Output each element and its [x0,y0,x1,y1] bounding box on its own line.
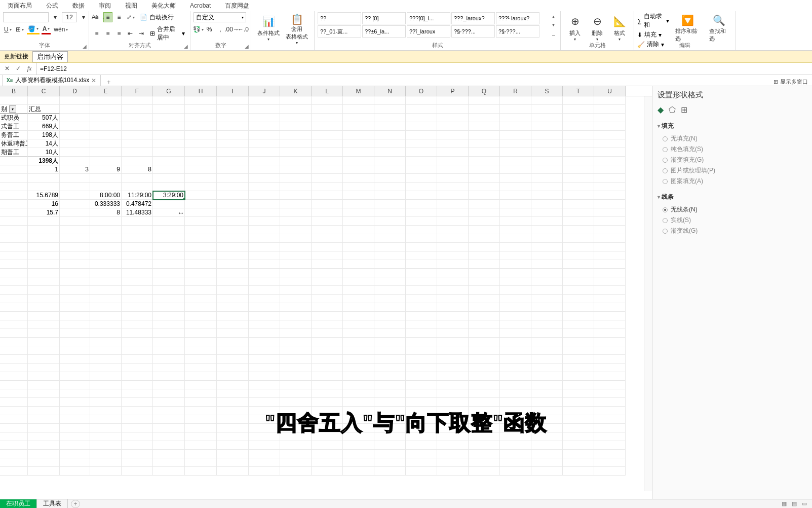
cell[interactable] [60,398,90,407]
cell[interactable] [122,114,153,122]
currency-icon[interactable]: 💱▾ [194,24,203,34]
cell[interactable] [153,407,185,415]
cell[interactable] [594,320,626,329]
cell[interactable] [28,226,60,234]
cell[interactable] [0,191,28,200]
cell[interactable] [531,165,563,174]
cell[interactable] [531,174,563,183]
cell[interactable] [374,372,406,381]
cell[interactable] [500,389,531,398]
menu-item[interactable]: 美化大师 [151,2,176,10]
cell[interactable] [280,329,312,338]
cell[interactable] [249,191,280,200]
cell[interactable] [185,355,217,364]
cell[interactable] [500,139,531,148]
cell[interactable] [500,234,531,243]
cell[interactable]: 期普工 [0,148,28,157]
cell[interactable] [153,217,185,226]
cell[interactable] [217,312,249,320]
cell[interactable] [531,96,563,105]
cell[interactable] [563,277,594,286]
cell[interactable] [122,381,153,389]
cell[interactable] [28,243,60,251]
cell[interactable] [0,415,28,424]
cell[interactable] [90,139,122,148]
cell[interactable] [90,277,122,286]
cell[interactable] [28,346,60,355]
cell[interactable] [406,355,437,364]
cell[interactable]: 3 [60,165,90,174]
cell[interactable] [122,441,153,450]
cell[interactable] [185,226,217,234]
cell[interactable] [122,312,153,320]
cell[interactable] [60,122,90,131]
cell[interactable] [185,389,217,398]
cell[interactable] [374,165,406,174]
cell[interactable] [280,467,312,476]
cell[interactable] [280,243,312,251]
cell[interactable]: 10人 [28,148,60,157]
cell[interactable] [406,131,437,139]
cell[interactable] [312,329,343,338]
cell[interactable] [312,105,343,114]
cell[interactable] [469,217,500,226]
decrease-indent-icon[interactable]: ⇤ [126,28,135,39]
cell[interactable] [563,217,594,226]
insert-cells-button[interactable]: ⊕插入▾ [564,12,586,44]
add-tab-icon[interactable]: + [104,79,113,86]
cell[interactable] [531,407,563,415]
comma-icon[interactable]: , [216,24,225,34]
cell[interactable] [594,441,626,450]
cell[interactable] [185,467,217,476]
cell[interactable] [500,114,531,122]
cell[interactable] [469,200,500,208]
cell[interactable] [343,338,374,346]
cell[interactable] [28,217,60,226]
cell[interactable] [60,450,90,458]
cell[interactable] [374,269,406,277]
menu-item[interactable]: 百度网盘 [225,2,249,10]
cell[interactable]: 0.333333 [90,200,122,208]
cell[interactable] [437,372,469,381]
cell[interactable] [122,105,153,114]
cell[interactable] [153,381,185,389]
cell[interactable] [594,243,626,251]
cell[interactable] [343,131,374,139]
cell[interactable] [594,407,626,415]
fill-option-pattern[interactable]: 图案填充(A) [658,176,807,187]
cell[interactable] [0,338,28,346]
cell[interactable] [531,312,563,320]
cell[interactable] [406,114,437,122]
cell[interactable]: 0.478472 [122,200,153,208]
cell[interactable] [122,338,153,346]
cell[interactable] [280,277,312,286]
cell[interactable] [280,139,312,148]
cell[interactable] [60,355,90,364]
cell[interactable] [343,122,374,131]
increase-indent-icon[interactable]: ⇥ [137,28,146,39]
cell[interactable] [185,372,217,381]
cell[interactable] [90,174,122,183]
cell[interactable] [500,217,531,226]
cell[interactable]: 9 [90,165,122,174]
cell[interactable] [343,355,374,364]
cell[interactable] [594,148,626,157]
cell[interactable] [90,364,122,372]
cell[interactable] [28,458,60,467]
cell[interactable] [500,450,531,458]
cell[interactable] [90,234,122,243]
cell[interactable] [594,165,626,174]
cell[interactable] [217,243,249,251]
cell[interactable] [312,320,343,329]
cell[interactable] [500,329,531,338]
cell[interactable] [153,372,185,381]
cell[interactable] [122,131,153,139]
style-item[interactable]: ???¹ laroux? [496,12,539,24]
cell[interactable] [469,312,500,320]
cell[interactable] [343,269,374,277]
cell[interactable] [343,329,374,338]
cell[interactable] [122,458,153,467]
cell[interactable] [249,165,280,174]
cell[interactable] [500,467,531,476]
number-format-select[interactable]: 自定义▾ [194,12,246,22]
